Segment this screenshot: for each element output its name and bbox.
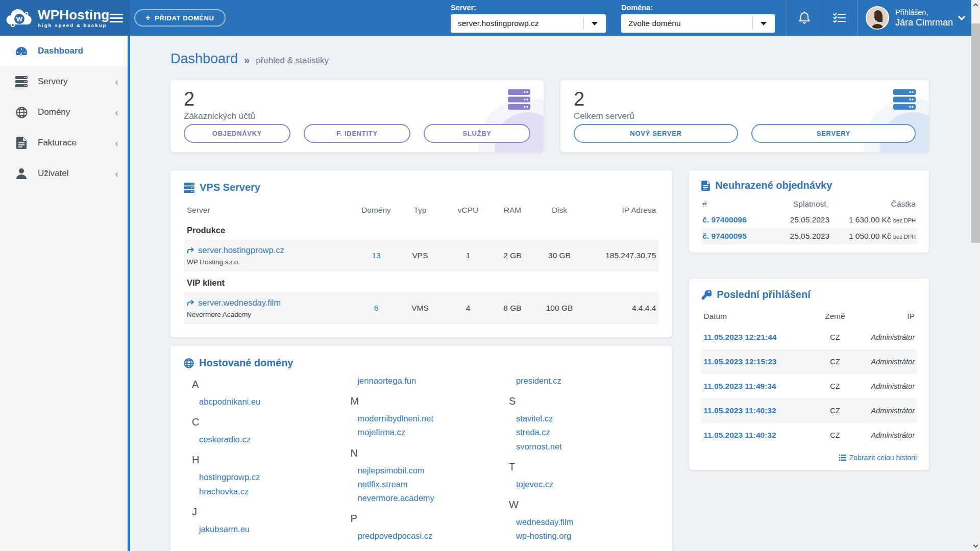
sidebar-item-fakturace[interactable]: Fakturace (0, 128, 128, 158)
domain-link[interactable]: svornost.net (516, 440, 659, 454)
stat-cards-row: 2 Zákaznických účtů OBJEDNÁVKY F. IDENTI… (170, 80, 929, 152)
order-amount: 1 630.00 Kč (849, 215, 891, 224)
domain-link[interactable]: netlfix.stream (357, 478, 500, 491)
scroll-down-arrow[interactable] (971, 542, 980, 551)
domain-count-link[interactable]: 13 (372, 251, 380, 260)
show-full-history-link[interactable]: Zobrazit celou historii (701, 454, 917, 462)
page-subtitle: přehled & statistiky (256, 56, 329, 66)
sidebar-item-label: Domény (38, 107, 70, 117)
vps-group-label: VIP klient (184, 271, 659, 292)
hamburger-icon[interactable] (110, 12, 123, 24)
invoice-icon (15, 137, 28, 149)
sidebar-item-domeny[interactable]: Domény (0, 97, 128, 128)
hosted-domains-panel: Hostované domény A abcpodnikani.eu C ces… (170, 346, 672, 551)
domain-link[interactable]: streda.cz (516, 425, 659, 439)
add-domain-button[interactable]: + PŘIDAT DOMÉNU (134, 9, 226, 27)
vps-servers-panel: VPS Servery Server Domény Typ vCPU RAM D… (170, 170, 672, 337)
domain-select-value: Zvolte doménu (621, 19, 752, 28)
domain-link[interactable]: nevermore.academy (357, 491, 500, 505)
domain-link[interactable]: modernibydlneni.net (357, 412, 500, 425)
avatar (866, 6, 889, 30)
domain-link[interactable]: wp-hosting.org (516, 529, 659, 543)
server-link[interactable]: server.wednesday.film (187, 298, 355, 308)
servers-stack-icon (508, 89, 530, 110)
invoice-identity-button[interactable]: F. IDENTITY (304, 124, 410, 143)
page-scrollbar[interactable] (971, 0, 980, 551)
servers-list-button[interactable]: SERVERY (751, 124, 916, 143)
login-country: CZ (813, 382, 856, 390)
chevron-left-icon (115, 168, 118, 179)
scroll-up-arrow[interactable] (971, 0, 980, 9)
order-amount: 1 050.00 Kč (849, 232, 891, 240)
domain-select[interactable]: Zvolte doménu (621, 14, 775, 33)
servers-icon (15, 76, 28, 87)
login-status: Přihlášen, (895, 8, 953, 17)
sidebar-item-label: Uživatel (38, 168, 68, 179)
login-ip: Administrátor (856, 333, 915, 341)
services-button[interactable]: SLUŽBY (424, 124, 530, 143)
server-link[interactable]: server.hostingprowp.cz (187, 245, 355, 255)
server-ip: 4.4.4.4 (587, 304, 656, 313)
chevron-down-icon (958, 13, 965, 20)
table-row: 11.05.2023 11:49:34 CZ Administrátor (701, 374, 917, 398)
domain-link[interactable]: abcpodnikani.eu (199, 395, 342, 409)
domain-link[interactable]: predpovedpocasi.cz (357, 529, 500, 543)
orders-panel-title: Neuhrazené objednávky (715, 180, 832, 191)
last-logins-panel: Poslední přihlášení Datum Země IP 11.05.… (689, 279, 929, 470)
login-country: CZ (813, 431, 856, 439)
domain-select-label: Doména: (621, 4, 775, 12)
login-date: 11.05.2023 12:21:44 (703, 333, 813, 342)
orders-button[interactable]: OBJEDNÁVKY (184, 124, 290, 143)
key-icon (701, 290, 712, 300)
server-select[interactable]: server.hostingprowp.cz (451, 14, 606, 33)
sidebar-item-servery[interactable]: Servery (0, 66, 128, 97)
globe-icon (15, 107, 28, 118)
domain-link[interactable]: nejlepsimobil.com (357, 464, 500, 478)
hosted-panel-title: Hostované domény (199, 357, 293, 369)
domain-link[interactable]: hrachovka.cz (199, 485, 342, 498)
sidebar-item-label: Dashboard (38, 46, 83, 56)
server-ip: 185.247.30.75 (587, 251, 656, 260)
login-date: 11.05.2023 11:40:32 (703, 431, 813, 440)
sidebar-item-dashboard[interactable]: Dashboard (0, 36, 128, 66)
domain-link[interactable]: ceskeradio.cz (199, 433, 342, 446)
order-id-link[interactable]: č. 97400095 (702, 232, 746, 240)
brand-name: WPHosting (38, 8, 109, 21)
login-country: CZ (813, 358, 856, 366)
login-date: 11.05.2023 11:40:32 (703, 406, 813, 415)
customers-card: 2 Zákaznických účtů OBJEDNÁVKY F. IDENTI… (170, 80, 544, 152)
scrollbar-thumb[interactable] (971, 23, 980, 243)
domain-link[interactable]: jennaortega.fun (357, 374, 500, 388)
new-server-button[interactable]: NOVÝ SERVER (574, 124, 738, 143)
page-title: Dashboard (170, 51, 238, 67)
server-owner: WP Hosting s.r.o. (187, 258, 355, 266)
server-type: VPS (397, 251, 443, 260)
order-id-link[interactable]: č. 97400096 (702, 215, 746, 224)
gauge-icon (15, 46, 28, 56)
brand-logo[interactable]: W WPHosting high speed & backup (5, 7, 109, 29)
sidebar-item-uzivatel[interactable]: Uživatel (0, 158, 128, 189)
server-ram: 8 GB (493, 304, 532, 313)
servers-stack-icon (893, 89, 916, 110)
main-content: Dashboard » přehled & statistiky 2 Zákaz… (130, 36, 971, 551)
task-list-icon (833, 12, 846, 23)
domain-link[interactable]: tojevec.cz (516, 478, 659, 491)
server-vcpu: 1 (443, 251, 493, 260)
vps-panel-title: VPS Servery (200, 182, 260, 193)
invoice-icon (701, 181, 710, 191)
domain-count-link[interactable]: 6 (374, 304, 379, 312)
chevron-left-icon (115, 107, 118, 117)
domains-column: A abcpodnikani.eu C ceskeradio.cz H host… (184, 371, 342, 543)
domain-link[interactable]: hostingprowp.cz (199, 470, 342, 484)
domain-link[interactable]: mojefirma.cz (357, 425, 500, 439)
domain-link[interactable]: president.cz (516, 374, 659, 388)
user-menu[interactable]: Přihlášen, Jára Cimrman (857, 0, 971, 36)
tasks-button[interactable] (822, 0, 857, 36)
domain-link[interactable]: stavitel.cz (516, 412, 659, 425)
domain-link[interactable]: jakubsarm.eu (199, 522, 342, 536)
order-due: 25.05.2023 (774, 215, 845, 224)
domain-link[interactable]: wednesday.film (516, 515, 659, 529)
letter-heading: H (192, 454, 342, 466)
redirect-arrow-icon (187, 247, 194, 254)
notifications-button[interactable] (787, 0, 822, 36)
